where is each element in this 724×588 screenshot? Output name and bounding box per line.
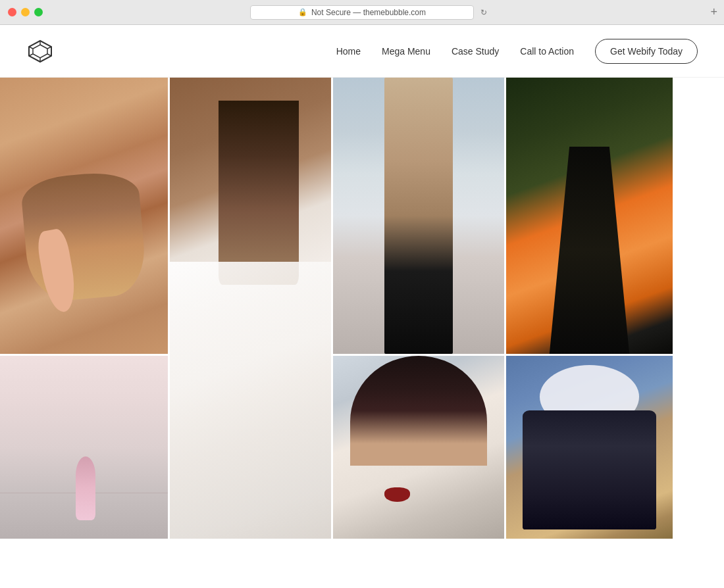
grid-item-hat-woman[interactable] xyxy=(506,356,673,539)
minimize-button[interactable] xyxy=(21,8,30,16)
browser-chrome: 🔒 Not Secure — themebubble.com ↻ + xyxy=(0,0,724,25)
fullscreen-button[interactable] xyxy=(34,8,43,16)
reload-icon[interactable]: ↻ xyxy=(480,8,487,17)
logo-icon xyxy=(26,39,54,63)
grid-item-pink-dress[interactable] xyxy=(0,356,168,539)
new-tab-button[interactable]: + xyxy=(710,5,717,19)
svg-marker-1 xyxy=(33,45,47,58)
grid-item-sunset[interactable] xyxy=(506,78,673,354)
grid-item-bride[interactable] xyxy=(170,78,331,539)
url-text: Not Secure — themebubble.com xyxy=(311,8,426,17)
traffic-lights xyxy=(8,8,43,16)
grid-item-hand[interactable] xyxy=(0,78,168,354)
logo[interactable] xyxy=(26,39,54,63)
photo-sunset xyxy=(506,78,673,354)
photo-grid xyxy=(0,78,724,588)
navbar: Home Mega Menu Case Study Call to Action… xyxy=(0,25,724,78)
grid-item-model[interactable] xyxy=(333,78,504,354)
grid-item-man-flower[interactable] xyxy=(333,356,504,539)
close-button[interactable] xyxy=(8,8,16,16)
photo-man-flower xyxy=(333,356,504,539)
website-content: Home Mega Menu Case Study Call to Action… xyxy=(0,25,724,588)
photo-hat-woman xyxy=(506,356,673,539)
nav-case-study[interactable]: Case Study xyxy=(452,46,499,57)
nav-mega-menu[interactable]: Mega Menu xyxy=(382,46,430,57)
photo-bride xyxy=(170,78,331,539)
photo-model xyxy=(333,78,504,354)
lock-icon: 🔒 xyxy=(298,8,307,16)
address-bar[interactable]: 🔒 Not Secure — themebubble.com xyxy=(250,5,474,20)
photo-hand xyxy=(0,78,168,354)
nav-call-to-action[interactable]: Call to Action xyxy=(520,46,574,57)
nav-home[interactable]: Home xyxy=(336,46,361,57)
nav-links: Home Mega Menu Case Study Call to Action… xyxy=(336,39,698,64)
photo-pink-dress xyxy=(0,356,168,539)
get-webify-button[interactable]: Get Webify Today xyxy=(595,39,698,64)
